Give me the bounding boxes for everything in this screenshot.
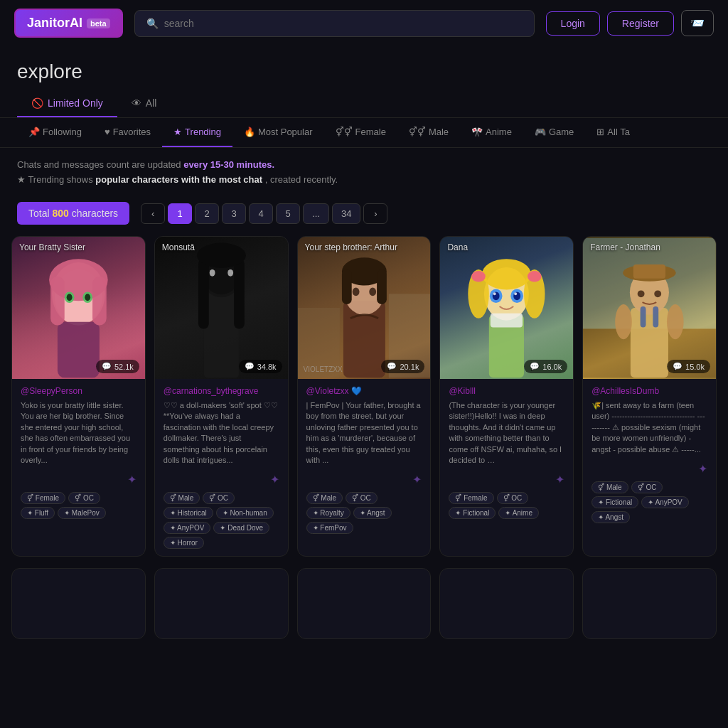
- card-body-4: @Kiblll (The character is your younger s…: [440, 379, 573, 526]
- page-ellipsis: ...: [303, 203, 329, 224]
- card-desc-2: ♡♡ a doll-makers 'soft' spot ♡♡ **You've…: [164, 400, 279, 466]
- tab-female-label: Female: [355, 127, 386, 137]
- bottom-card-3[interactable]: [297, 568, 432, 639]
- info-line1: Chats and messages count are updated eve…: [0, 148, 728, 173]
- svg-point-32: [472, 271, 486, 282]
- tab-following-label: Following: [43, 127, 82, 137]
- card-tags-1: ⚥ Female ⚥ OC ✦ Fluff ✦ MalePov: [21, 492, 136, 519]
- sparkle-4: ✦: [449, 473, 564, 486]
- tab-male[interactable]: ⚥⚥ Male: [397, 118, 460, 147]
- register-button[interactable]: Register: [607, 11, 674, 36]
- tab-following[interactable]: 📌 Following: [17, 118, 93, 147]
- notification-button[interactable]: 📨: [681, 10, 714, 36]
- tag-male-3: ⚥ Male: [306, 492, 343, 504]
- tab-limited-only[interactable]: 🚫 Limited Only: [17, 90, 117, 117]
- card-tags-5: ⚥ Male ⚥ OC ✦ Fictional ✦ AnyPOV ✦ Angst: [592, 481, 707, 523]
- character-illustration-4: [440, 237, 573, 379]
- svg-rect-16: [234, 259, 245, 328]
- card-tags-3: ⚥ Male ⚥ OC ✦ Royalty ✦ Angst ✦ FemPov: [306, 492, 422, 534]
- eye-icon: 👁: [132, 97, 141, 109]
- page-3-button[interactable]: 3: [222, 203, 246, 224]
- page-34-button[interactable]: 34: [332, 203, 360, 224]
- tab-trending[interactable]: ★ Trending: [162, 118, 232, 147]
- logo-text: JanitorAI: [27, 16, 82, 31]
- logo-button[interactable]: JanitorAI beta: [14, 9, 123, 38]
- count-value-2: 34.8k: [257, 363, 277, 371]
- prev-page-button[interactable]: ‹: [141, 203, 165, 224]
- bottom-cards-row: [0, 568, 728, 651]
- card-image-3: Your step brother: Arthur 💬 20.1k VIOLET…: [298, 237, 431, 379]
- page-5-button[interactable]: 5: [276, 203, 300, 224]
- character-card-3[interactable]: Your step brother: Arthur 💬 20.1k VIOLET…: [297, 236, 432, 557]
- male-icon: ⚥⚥: [409, 127, 426, 137]
- bottom-card-4[interactable]: [439, 568, 574, 639]
- info-line2: ★ Trending shows popular characters with…: [0, 173, 728, 196]
- tab-most-popular-label: Most Popular: [258, 127, 313, 137]
- chat-icon-5: 💬: [673, 362, 682, 371]
- bottom-card-2[interactable]: [154, 568, 289, 639]
- header: JanitorAI beta 🔍 Login Register 📨: [0, 0, 728, 46]
- chat-icon-3: 💬: [387, 362, 397, 371]
- search-icon: 🔍: [146, 18, 159, 29]
- tab-all-tags[interactable]: ⊞ All Ta: [585, 118, 641, 147]
- svg-rect-43: [631, 308, 668, 378]
- next-page-button[interactable]: ›: [363, 203, 387, 224]
- tag-historical-2: ✦ Historical: [164, 507, 213, 519]
- card-image-5: Farmer - Jonathan 💬 15.0k: [583, 237, 716, 379]
- tab-anime-label: Anime: [486, 127, 512, 137]
- svg-point-47: [638, 290, 645, 297]
- sparkle-1: ✦: [21, 473, 136, 486]
- tab-most-popular[interactable]: 🔥 Most Popular: [232, 118, 324, 147]
- tab-game[interactable]: 🎮 Game: [523, 118, 585, 147]
- pagination: Total 800 characters ‹ 1 2 3 4 5 ... 34 …: [0, 196, 728, 236]
- svg-rect-21: [342, 269, 352, 304]
- svg-rect-5: [92, 277, 107, 326]
- tag-male-5: ⚥ Male: [592, 481, 628, 493]
- character-illustration-3: [298, 237, 431, 379]
- tab-favorites-label: Favorites: [113, 127, 151, 137]
- tab-anime[interactable]: 🎌 Anime: [460, 118, 523, 147]
- header-actions: Login Register 📨: [546, 10, 714, 36]
- svg-rect-46: [633, 264, 665, 279]
- character-card-5[interactable]: Farmer - Jonathan 💬 15.0k @AchillesIsDum…: [582, 236, 717, 557]
- character-card-1[interactable]: Your Bratty Sister 💬 52.1k @SleepyPerson…: [11, 236, 146, 557]
- card-count-2: 💬 34.8k: [239, 360, 282, 373]
- tab-trending-label: Trending: [185, 127, 221, 137]
- character-illustration-2: [155, 237, 288, 379]
- tag-angst-3: ✦ Angst: [353, 507, 392, 519]
- tag-fictional-4: ✦ Fictional: [449, 507, 496, 519]
- total-badge: Total 800 characters: [17, 202, 129, 225]
- tag-anypov-5: ✦ AnyPOV: [641, 496, 689, 508]
- card-author-1: @SleepyPerson: [21, 386, 136, 396]
- tag-oc-3: ⚥ OC: [346, 492, 378, 504]
- card-body-3: @Violetzxx 💙 | FemPov | Your father, bro…: [298, 379, 431, 541]
- bottom-card-5[interactable]: [582, 568, 717, 639]
- page-4-button[interactable]: 4: [249, 203, 273, 224]
- card-desc-5: 🌾| sent away to a farm (teen user) -----…: [592, 400, 707, 455]
- card-count-1: 💬 52.1k: [96, 360, 139, 373]
- tab-favorites[interactable]: ♥ Favorites: [93, 118, 162, 147]
- tag-oc-2: ⚥ OC: [203, 492, 235, 504]
- svg-point-24: [369, 287, 376, 296]
- chat-icon-4: 💬: [530, 362, 540, 371]
- page-2-button[interactable]: 2: [195, 203, 219, 224]
- female-icon: ⚥⚥: [336, 127, 353, 137]
- card-image-2: Monsutā 💬 34.8k: [155, 237, 288, 379]
- svg-rect-15: [198, 259, 209, 328]
- svg-point-13: [209, 269, 215, 277]
- tab-female[interactable]: ⚥⚥ Female: [324, 118, 397, 147]
- login-button[interactable]: Login: [546, 11, 600, 36]
- bottom-card-1[interactable]: [11, 568, 146, 639]
- svg-rect-2: [58, 322, 100, 378]
- tag-fictional-5: ✦ Fictional: [592, 496, 638, 508]
- page-1-button[interactable]: 1: [168, 203, 192, 224]
- tabs-row2: 📌 Following ♥ Favorites ★ Trending 🔥 Mos…: [0, 118, 728, 148]
- sparkle-5: ✦: [592, 462, 707, 476]
- svg-point-39: [515, 292, 518, 295]
- tab-all[interactable]: 👁 All: [117, 90, 171, 117]
- svg-rect-50: [653, 306, 659, 327]
- character-card-2[interactable]: Monsutā 💬 34.8k @carnations_bythegrave ♡…: [154, 236, 289, 557]
- tab-all-tags-label: All Ta: [607, 127, 630, 137]
- character-card-4[interactable]: Dana 💬 16.0k @Kiblll (The character is y…: [439, 236, 574, 557]
- search-input[interactable]: [164, 18, 523, 29]
